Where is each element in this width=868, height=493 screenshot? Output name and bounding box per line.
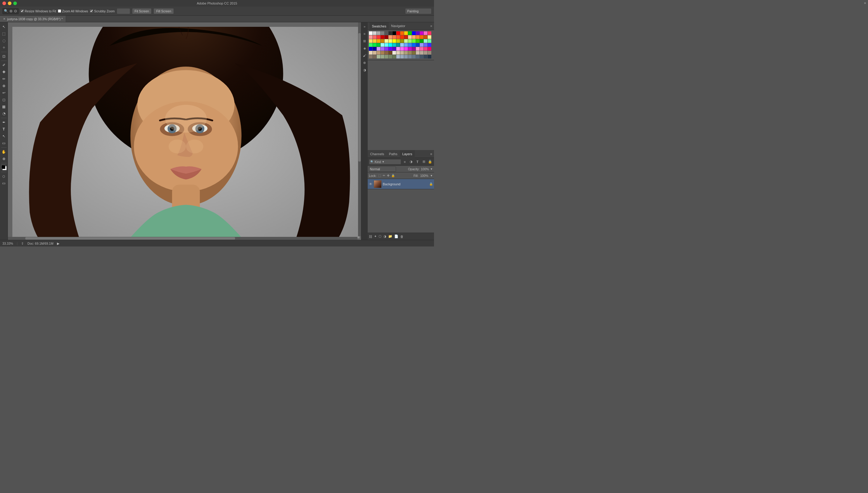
swatch[interactable]	[373, 55, 376, 59]
swatch[interactable]	[408, 39, 412, 43]
swatch[interactable]	[396, 47, 400, 51]
swatch[interactable]	[392, 35, 396, 39]
lock-position-icon[interactable]: ✥	[387, 174, 389, 177]
opacity-value[interactable]: 100%	[421, 167, 429, 171]
fill-dropdown[interactable]: ▼	[430, 174, 433, 177]
swatch[interactable]	[389, 55, 392, 59]
fill-screen-button[interactable]: Fill Screen	[153, 8, 174, 14]
swatch[interactable]	[424, 43, 427, 47]
close-button[interactable]	[2, 1, 6, 5]
clone-tool[interactable]: ⊕	[1, 83, 7, 89]
swatch[interactable]	[389, 43, 392, 47]
horizontal-scrollbar[interactable]	[8, 237, 357, 240]
swatch[interactable]	[408, 31, 412, 35]
eraser-tool[interactable]: ◻	[1, 97, 7, 103]
swatch[interactable]	[396, 31, 400, 35]
layer-row[interactable]: 👁 Background 🔒	[368, 179, 434, 189]
tab-swatches[interactable]: Swatches	[369, 22, 389, 30]
swatch[interactable]	[408, 47, 412, 51]
brush-icon[interactable]: 🖌	[362, 52, 368, 59]
layers-search-dropdown-icon[interactable]: ▼	[382, 160, 385, 163]
swatch[interactable]	[408, 35, 412, 39]
opacity-dropdown[interactable]: ▼	[430, 168, 433, 171]
swatch[interactable]	[412, 43, 416, 47]
zoom-all-windows-checkbox-label[interactable]: Zoom All Windows	[58, 9, 88, 13]
layer-visibility-icon[interactable]: 👁	[369, 182, 372, 186]
swatch[interactable]	[400, 47, 404, 51]
swatch[interactable]	[396, 35, 400, 39]
swatch[interactable]	[412, 35, 416, 39]
swatch[interactable]	[369, 47, 372, 51]
swatch[interactable]	[400, 39, 404, 43]
panel-options-icon[interactable]: ≡	[430, 24, 432, 28]
swatch[interactable]	[377, 31, 381, 35]
tools-icon[interactable]: ⊞	[362, 38, 368, 44]
minimize-button[interactable]	[8, 1, 12, 5]
resize-windows-checkbox[interactable]	[21, 9, 24, 13]
swatch[interactable]	[369, 39, 372, 43]
swatch[interactable]	[420, 51, 424, 55]
swatch[interactable]	[420, 47, 424, 51]
swatch[interactable]	[404, 55, 408, 59]
swatch[interactable]	[377, 35, 381, 39]
scrubby-zoom-checkbox[interactable]	[90, 9, 93, 13]
text-tool[interactable]: T	[1, 126, 7, 133]
clone-icon[interactable]: ⊕	[362, 60, 368, 66]
swatch[interactable]	[412, 51, 416, 55]
swatch[interactable]	[369, 55, 372, 59]
swatch[interactable]	[385, 55, 388, 59]
swatch[interactable]	[428, 55, 431, 59]
swatch[interactable]	[392, 43, 396, 47]
add-mask-icon[interactable]: ⬡	[378, 234, 382, 238]
swatch[interactable]	[381, 43, 384, 47]
delete-layer-icon[interactable]: 🗑	[400, 235, 404, 238]
swatch[interactable]	[396, 39, 400, 43]
color-swatch[interactable]	[1, 164, 7, 171]
foreground-color[interactable]	[1, 165, 5, 169]
adjustment-icon[interactable]: ◑	[362, 67, 368, 73]
swatch[interactable]	[408, 55, 412, 59]
swatch[interactable]	[416, 51, 419, 55]
pen-tool[interactable]: ✒	[1, 119, 7, 126]
swatch[interactable]	[424, 47, 427, 51]
swatch[interactable]	[400, 51, 404, 55]
healing-tool[interactable]: ✚	[1, 69, 7, 75]
swatch[interactable]	[404, 43, 408, 47]
swatch[interactable]	[420, 39, 424, 43]
swatch[interactable]	[420, 35, 424, 39]
swatch[interactable]	[396, 51, 400, 55]
swatch[interactable]	[373, 51, 376, 55]
swatch[interactable]	[396, 43, 400, 47]
tab-layers[interactable]: Layers	[400, 150, 415, 158]
swatch[interactable]	[392, 47, 396, 51]
collapse-panels-icon[interactable]: »	[362, 23, 368, 29]
zoom-input[interactable]: 100%	[117, 8, 130, 14]
swatch[interactable]	[369, 31, 372, 35]
lock-all-icon[interactable]: 🔒	[391, 174, 395, 177]
swatch[interactable]	[412, 31, 416, 35]
swatch[interactable]	[404, 35, 408, 39]
swatch[interactable]	[424, 31, 427, 35]
swatch[interactable]	[416, 35, 419, 39]
vertical-scrollbar-thumb[interactable]	[359, 33, 361, 162]
tab-navigator[interactable]: Navigator	[389, 22, 408, 30]
new-group-icon[interactable]: 📁	[388, 234, 392, 238]
vertical-scrollbar[interactable]	[358, 22, 361, 236]
swatch[interactable]	[404, 31, 408, 35]
swatch[interactable]	[373, 39, 376, 43]
zoom-all-windows-checkbox[interactable]	[58, 9, 61, 13]
swatch[interactable]	[420, 43, 424, 47]
3d-icon[interactable]: ◈	[362, 45, 368, 51]
swatch[interactable]	[369, 43, 372, 47]
doc-tab-close[interactable]: ✕	[3, 17, 5, 21]
swatch[interactable]	[385, 35, 388, 39]
swatch[interactable]	[400, 43, 404, 47]
scrubby-zoom-checkbox-label[interactable]: Scrubby Zoom	[90, 9, 114, 13]
swatch[interactable]	[381, 47, 384, 51]
status-icon[interactable]: ⇧	[21, 242, 24, 245]
swatch[interactable]	[428, 31, 431, 35]
swatch[interactable]	[416, 47, 419, 51]
maximize-button[interactable]	[13, 1, 17, 5]
doc-tab[interactable]: ✕ justyna-1838 copy @ 33.3% (RGB/8°) *	[0, 16, 66, 22]
swatch[interactable]	[424, 51, 427, 55]
